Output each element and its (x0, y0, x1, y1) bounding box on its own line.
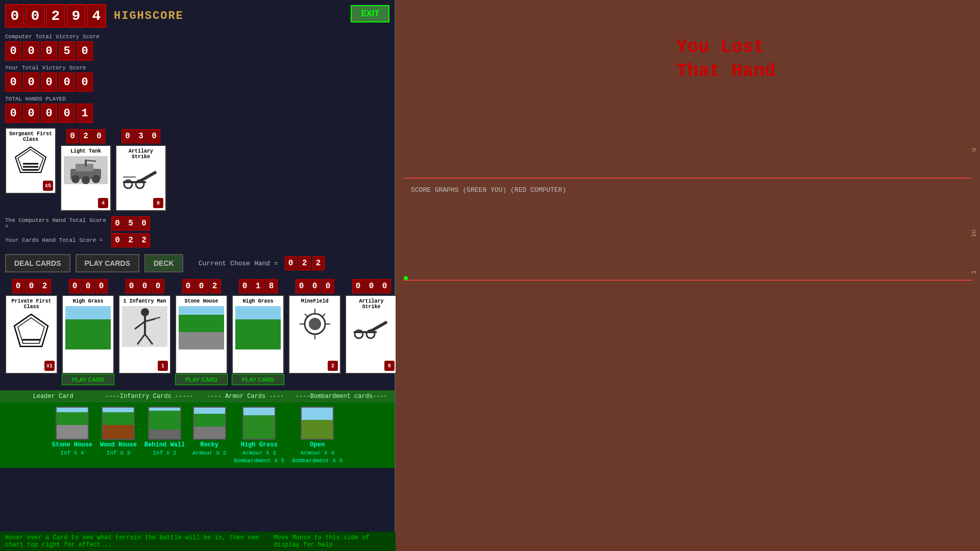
ch-d0: 0 (111, 216, 124, 231)
bombardment-cards-label: ----Bombardment cards---- (293, 393, 389, 400)
svg-line-25 (145, 334, 153, 344)
inf-badge: 1 (158, 361, 168, 371)
chand-d2: 2 (312, 256, 325, 270)
current-hand-label: Current Chose Hand = 0 2 2 (199, 256, 325, 270)
pa-score: 0 0 0 (352, 279, 391, 293)
terrain-stone-name: Stone House (52, 441, 92, 448)
comp-card-tank-img (64, 156, 108, 184)
exit-button[interactable]: EXIT (351, 5, 389, 22)
mf-score: 0 0 0 (296, 279, 334, 293)
pa-badge: 6 (384, 361, 395, 371)
sh-title: Stone House (179, 298, 224, 304)
mf-title: MineField (292, 298, 337, 304)
stone-house-wrapper: 0 0 2 Stone House PLAY CARD (175, 279, 228, 385)
svg-point-9 (71, 175, 80, 183)
player-score-label: Your Total Victory Score (5, 65, 389, 71)
comp-light-tank-score: 0 2 0 (63, 128, 108, 145)
terrain-wood-house: Wood House Inf X 3 (100, 407, 137, 456)
scroll-t-indicator: t (970, 270, 977, 274)
svg-point-11 (92, 175, 100, 183)
category-bar: Leader Card ----Infantry Cards ----- ---… (0, 390, 395, 403)
cs-d1: 0 (23, 41, 39, 61)
inf-title: 1 Infantry Man (122, 298, 167, 304)
play-high-grass-2-button[interactable]: PLAY CARD (232, 374, 284, 385)
terrain-highgrass-info2: Bombardment X 5 (234, 458, 284, 464)
comp-card-artillery-img (119, 162, 163, 190)
terrain-stone-info: Inf X 4 (60, 450, 84, 456)
terrain-open-img (301, 407, 334, 440)
svg-line-33 (322, 314, 325, 317)
comp-card-tank-title: Light Tank (64, 148, 108, 154)
play-cards-button[interactable]: PLAY CARDS (76, 254, 139, 272)
ch-d1: 5 (125, 216, 137, 231)
svg-point-41 (404, 276, 408, 280)
at-d0: 0 (121, 129, 134, 143)
hp-d0: 0 (5, 104, 21, 123)
hs-digit-2: 2 (46, 4, 65, 28)
high-grass-card-1: High Grass (62, 295, 114, 374)
scroll-h-indicator: h (970, 148, 977, 152)
hg2-score: 0 1 8 (239, 279, 278, 293)
player-score-section: Your Total Victory Score 0 0 0 0 0 (0, 63, 395, 94)
ps-d0: 0 (5, 72, 21, 92)
svg-point-28 (309, 318, 321, 330)
terrain-wood-name: Wood House (100, 441, 137, 448)
pa-img (349, 312, 394, 340)
comp-card-sgt-badge: x5 (43, 181, 53, 191)
terrain-rocky-name: Rocky (200, 441, 218, 448)
armor-cards-label: ---- Armor Cards ---- (198, 393, 293, 400)
svg-line-23 (145, 319, 155, 321)
deck-button[interactable]: DECK (144, 254, 183, 272)
pfc-img (9, 312, 54, 350)
svg-point-20 (141, 308, 149, 316)
terrain-highgrass-img (242, 407, 276, 440)
hp-d1: 0 (23, 104, 39, 123)
right-panel: You Lost That Hand SCORE GRAPHS (GREEN Y… (396, 0, 980, 551)
high-grass-2-wrapper: 0 1 8 High Grass PLAY CARD (232, 279, 284, 385)
comp-card-artillery-badge: 6 (153, 198, 163, 208)
minefield-wrapper: 0 0 0 MineField (288, 279, 341, 374)
cs-d4: 0 (77, 41, 93, 61)
sh-img (179, 306, 224, 349)
ph-d2: 2 (138, 233, 150, 247)
current-hand-digits: 0 2 2 (285, 256, 325, 270)
ps-d3: 0 (59, 72, 75, 92)
comp-artilary-score: 0 3 0 (118, 128, 163, 145)
hg1-img (65, 306, 111, 349)
hand-scores: The Computers Hand Total Score = 0 5 0 Y… (0, 214, 395, 250)
hp-d3: 0 (59, 104, 75, 123)
hs-digit-0: 0 (5, 4, 24, 28)
graph-area-main (403, 194, 972, 281)
ch-d2: 0 (138, 216, 150, 231)
play-stone-house-button[interactable]: PLAY CARD (175, 374, 228, 385)
play-high-grass-1-button[interactable]: PLAY CARD (62, 374, 114, 385)
at-d1: 3 (135, 129, 147, 143)
player-hand-row: Your Cards Hand Total Score = 0 2 2 (5, 233, 389, 247)
ps-d2: 0 (41, 72, 57, 92)
player-artillery-wrapper: 0 0 0 Artilary Strike 6 (345, 279, 398, 374)
action-buttons: DEAL CARDS PLAY CARDS DECK Current Chose… (0, 250, 395, 277)
highscore-label: HIGHSCORE (114, 10, 184, 22)
comp-card-sgt-title: Sergeant FirstClass (9, 131, 53, 142)
terrain-behind-wall: Behind Wall Inf X 2 (144, 407, 185, 456)
computer-score-label: Computer Total Victory Score (5, 34, 389, 40)
ps-d1: 0 (23, 72, 39, 92)
svg-rect-6 (76, 164, 93, 171)
you-lost-message: You Lost That Hand (676, 36, 775, 84)
high-grass-card-2: High Grass (232, 295, 284, 374)
terrain-rocky: Rocky Armour X 2 (192, 407, 226, 456)
comp-card-sgt: Sergeant FirstClass x5 (5, 128, 56, 194)
comp-card-tank: Light Tank 4 (60, 145, 111, 211)
terrain-behind-info: Inf X 2 (153, 450, 176, 456)
sh-score: 0 0 2 (182, 279, 221, 293)
ph-d1: 2 (125, 233, 137, 247)
svg-line-24 (137, 334, 145, 344)
deal-cards-button[interactable]: DEAL CARDS (5, 254, 70, 272)
terrain-open-info2: Bombardment X 5 (292, 458, 342, 464)
inf-img (122, 306, 167, 347)
terrain-wood-info: Inf X 3 (107, 450, 130, 456)
chand-d1: 2 (299, 256, 311, 270)
player-cards-row: 0 0 2 Private First Class x1 (5, 279, 389, 385)
terrain-behind-name: Behind Wall (144, 441, 185, 448)
you-lost-line2: That Hand (676, 60, 775, 84)
